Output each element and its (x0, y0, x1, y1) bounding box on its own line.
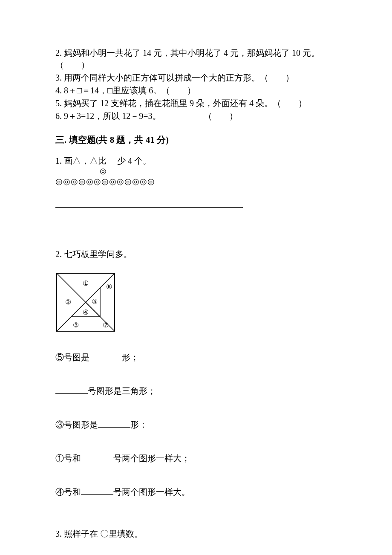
fill-q2-line4-post: 号两个图形一样大； (113, 454, 190, 463)
tangram-label-6: ⑥ (106, 283, 112, 290)
circle-item: ◎ (140, 176, 147, 188)
tangram-label-2: ② (65, 298, 71, 306)
circle-item: ◎ (71, 176, 78, 188)
fill-q2-line2-blank[interactable] (55, 384, 88, 394)
circle-item: ◎ (117, 176, 124, 188)
fill-q2-line4: ①号和号两个图形一样大； (55, 452, 337, 464)
fill-q1-text: 1. 画△，△比 少 4 个。 ◎ (55, 155, 337, 167)
fill-q2-line5-post: 号两个图形一样大。 (113, 487, 190, 497)
fill-q2-line3-blank[interactable] (98, 418, 130, 428)
fill-q2: 2. 七巧板里学问多。 ① ② ③ ④ ⑤ ⑥ ⑦ ⑤号图是形； 号图形是三角形… (55, 248, 337, 498)
tf-q6: 6. 9＋3=12，所以 12－9=3。 （ ） (55, 110, 337, 122)
fill-q2-line4-pre: ①号和 (55, 454, 81, 463)
tangram-label-4: ④ (83, 309, 89, 316)
tangram-label-7: ⑦ (103, 321, 109, 329)
tangram-label-1: ① (83, 280, 89, 287)
tf-q5: 5. 妈妈买了 12 支鲜花，插在花瓶里 9 朵，外面还有 4 朵。（ ） (55, 97, 337, 109)
circle-item: ◎ (78, 176, 86, 188)
circle-item: ◎ (101, 176, 109, 188)
fill-q2-line3-pre: ③号图形是 (55, 420, 98, 429)
fill-q2-line5: ④号和号两个图形一样大。 (55, 486, 337, 498)
fill-q2-line3-post: 形； (130, 420, 147, 429)
section-3-heading: 三. 填空题(共 8 题，共 41 分) (55, 134, 337, 146)
fill-q1-answer-line[interactable] (55, 207, 243, 208)
circle-item: ◎ (147, 176, 155, 188)
fill-q2-line2-post: 号图形是三角形； (88, 386, 156, 396)
circle-item: ◎ (63, 176, 70, 188)
fill-q2-line1-pre: ⑤号图是 (55, 353, 89, 362)
circle-item: ◎ (86, 176, 93, 188)
fill-q2-line1: ⑤号图是形； (55, 351, 337, 363)
tangram-diagram: ① ② ③ ④ ⑤ ⑥ ⑦ (55, 272, 116, 332)
fill-q2-line5-pre: ④号和 (55, 487, 81, 497)
fill-q2-line5-blank[interactable] (81, 486, 113, 495)
fill-q2-line1-blank[interactable] (89, 351, 122, 360)
fill-q1: 1. 画△，△比 少 4 个。 ◎ ◎◎◎◎◎◎◎◎◎◎◎◎◎ (55, 155, 337, 240)
tf-q4: 4. 8＋□＝14，□里应该填 6。（ ） (55, 84, 337, 96)
tf-q3: 3. 用两个同样大小的正方体可以拼成一个大的正方形。（ ） (55, 72, 337, 84)
fill-q3: 3. 照样子在 〇里填数。 (55, 528, 337, 540)
circle-item: ◎ (109, 176, 116, 188)
circle-item: ◎ (124, 176, 132, 188)
circle-item: ◎ (132, 176, 139, 188)
tangram-label-3: ③ (73, 321, 79, 329)
fill-q2-line2: 号图形是三角形； (55, 384, 337, 397)
fill-q2-line3: ③号图形是形； (55, 418, 337, 431)
fill-q1-line1: 1. 画△，△比 少 4 个。 (55, 156, 151, 165)
fill-q1-symbol-inline: ◎ (100, 166, 107, 176)
fill-q2-line4-blank[interactable] (81, 452, 113, 461)
fill-q1-circle-row: ◎◎◎◎◎◎◎◎◎◎◎◎◎ (55, 176, 337, 188)
tangram-label-5: ⑤ (92, 298, 98, 305)
circle-item: ◎ (55, 176, 63, 188)
fill-q2-title: 2. 七巧板里学问多。 (55, 248, 337, 260)
fill-q2-line1-post: 形； (122, 353, 139, 362)
circle-item: ◎ (94, 176, 101, 188)
tf-q2: 2. 妈妈和小明一共花了 14 元，其中小明花了 4 元，那妈妈花了 10 元。… (55, 47, 337, 71)
